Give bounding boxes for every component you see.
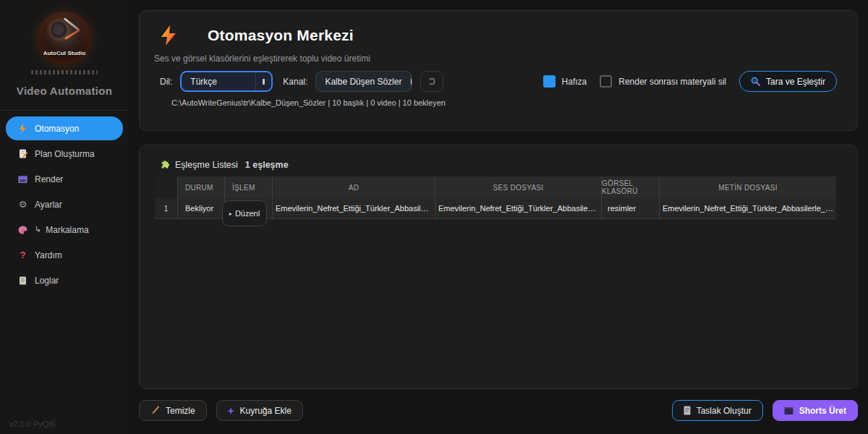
clear-button-label: Temizle	[166, 406, 195, 416]
sidebar-menu: Otomasyon Plan Oluşturma Render ⚙ Ayarla…	[0, 116, 129, 292]
logo-text: AutoCut Studio	[38, 50, 91, 56]
page-subtitle: Ses ve görsel klasörlerini eşleştirerek …	[154, 54, 837, 64]
sidebar-divider	[0, 110, 129, 111]
table-row: 1 Bekliyor ▸ Düzenl Emevilerin_Nefret_Et…	[155, 198, 836, 219]
queue-button-label: Kuyruğa Ekle	[239, 406, 291, 416]
delete-material-checkbox-row: Render sonrası materyali sil	[600, 75, 726, 88]
sidebar-item-label: Yardım	[35, 250, 62, 260]
bottom-action-bar: Temizle + Kuyruğa Ekle Taslak Oluştur Sh…	[139, 400, 858, 421]
sidebar-item-label: Loglar	[35, 276, 59, 286]
memory-checkbox[interactable]	[543, 75, 556, 88]
sidebar-item-label: Otomasyon	[35, 124, 79, 134]
sidebar: AutoCut Studio Video Automation Otomasyo…	[0, 0, 129, 434]
match-list-title: Eşleşme Listesi	[175, 160, 238, 170]
sub-item-arrow: ↳	[35, 225, 41, 234]
header-islem: İŞLEM	[225, 176, 273, 198]
edit-button-label: Düzenl	[235, 209, 260, 218]
brand-title: Video Automation	[0, 85, 129, 97]
sidebar-item-label: Ayarlar	[35, 200, 62, 210]
gear-icon: ⚙	[17, 199, 28, 210]
sidebar-item-ayarlar[interactable]: ⚙ Ayarlar	[6, 192, 123, 216]
lightning-icon	[160, 25, 177, 46]
row-image-folder-cell: resimler	[602, 198, 660, 219]
sidebar-item-yardim[interactable]: ? Yardım	[6, 243, 123, 267]
language-value: Türkçe	[182, 77, 255, 87]
produce-shorts-button[interactable]: Shorts Üret	[773, 400, 858, 421]
header-ses-dosyasi: SES DOSYASI	[435, 176, 602, 198]
app-window: AutoCut Studio Video Automation Otomasyo…	[0, 0, 868, 434]
header-metin-dosyasi: METİN DOSYASI	[660, 176, 836, 198]
draft-button-label: Taslak Oluştur	[697, 406, 752, 416]
row-name-text: Emevilerin_Nefret_Ettiği_Türkler_Abbasil…	[276, 204, 432, 213]
channel-label: Kanal:	[283, 77, 307, 87]
app-logo: AutoCut Studio	[38, 12, 91, 65]
log-file-icon	[17, 276, 28, 285]
add-to-queue-button[interactable]: + Kuyruğa Ekle	[216, 400, 303, 421]
clapperboard-icon	[784, 407, 793, 415]
sidebar-item-label: Markalama	[46, 225, 88, 235]
corner-header-cell	[155, 176, 178, 198]
header-gorsel-klasoru: GÖRSEL KLASÖRÜ	[602, 176, 660, 198]
match-list-panel: Eşleşme Listesi 1 eşleşme DURUM İŞLEM AD…	[139, 145, 858, 389]
scan-button-label: Tara ve Eşleştir	[766, 77, 825, 87]
channel-path-info: C:\AutoWriteGenius\tr\Kalbe_Düşen_Sözler…	[171, 98, 837, 107]
magnifier-icon	[751, 77, 760, 86]
row-action-cell: ▸ Düzenl	[225, 198, 273, 219]
brush-icon	[150, 406, 160, 415]
lightning-icon	[17, 124, 28, 133]
sidebar-item-label: Plan Oluşturma	[35, 149, 95, 159]
table-header-row: DURUM İŞLEM AD SES DOSYASI GÖRSEL KLASÖR…	[155, 176, 836, 198]
create-draft-button[interactable]: Taslak Oluştur	[672, 400, 763, 421]
row-text-file-text: Emevilerin_Nefret_Ettiği_Türkler_Abbasil…	[663, 204, 833, 213]
automation-center-panel: Otomasyon Merkezi Ses ve görsel klasörle…	[139, 10, 858, 131]
controls-row: Dil: Türkçe Kanal: Kalbe Düşen Sözler Ɔ …	[160, 71, 837, 92]
row-name-cell: Emevilerin_Nefret_Ettiği_Türkler_Abbasil…	[273, 198, 435, 219]
version-label: v2.0.0 PyQt6	[9, 420, 56, 428]
plus-icon: +	[228, 405, 234, 416]
delete-material-checkbox-label: Render sonrası materyali sil	[618, 77, 726, 87]
channel-value: Kalbe Düşen Sözler	[316, 77, 410, 87]
refresh-icon: Ɔ	[429, 77, 435, 87]
row-index-cell: 1	[155, 198, 178, 219]
match-count-badge: 1 eşleşme	[245, 160, 289, 170]
dropdown-arrow-icon	[410, 72, 412, 91]
puzzle-icon	[160, 160, 170, 170]
dropdown-arrow-icon	[255, 72, 271, 90]
row-text-file-cell: Emevilerin_Nefret_Ettiği_Türkler_Abbasil…	[660, 198, 836, 219]
memory-checkbox-label: Hafıza	[562, 77, 587, 87]
language-select[interactable]: Türkçe	[180, 71, 273, 92]
film-reel-icon	[49, 20, 68, 39]
row-audio-cell: Emevilerin_Nefret_Ettiği_Türkler_Abbasil…	[435, 198, 602, 219]
sidebar-item-loglar[interactable]: Loglar	[6, 268, 123, 292]
memory-checkbox-row: Hafıza	[543, 75, 587, 88]
sidebar-item-label: Render	[35, 174, 63, 184]
header-ad: AD	[273, 176, 435, 198]
row-status-cell: Bekliyor	[178, 198, 225, 219]
shorts-button-label: Shorts Üret	[799, 406, 846, 416]
sidebar-item-otomasyon[interactable]: Otomasyon	[6, 116, 123, 140]
sidebar-item-markalama[interactable]: ↳ Markalama	[6, 218, 123, 242]
match-table: DURUM İŞLEM AD SES DOSYASI GÖRSEL KLASÖR…	[155, 176, 836, 219]
edit-button[interactable]: ▸ Düzenl	[222, 200, 267, 226]
document-icon	[684, 406, 691, 415]
sidebar-item-render[interactable]: Render	[6, 167, 123, 191]
edit-icon: ▸	[229, 210, 232, 217]
question-mark-icon: ?	[17, 250, 28, 260]
channel-select[interactable]: Kalbe Düşen Sözler	[315, 71, 412, 92]
refresh-button[interactable]: Ɔ	[420, 71, 443, 92]
clear-button[interactable]: Temizle	[139, 400, 207, 421]
logo-tagline-decoration	[31, 70, 98, 75]
row-audio-text: Emevilerin_Nefret_Ettiği_Türkler_Abbasil…	[438, 204, 598, 213]
main-content: Otomasyon Merkezi Ses ve görsel klasörle…	[129, 0, 868, 434]
document-pencil-icon	[17, 149, 28, 158]
language-label: Dil:	[160, 77, 172, 87]
palette-icon	[17, 226, 28, 234]
page-title: Otomasyon Merkezi	[208, 27, 354, 44]
sidebar-item-plan-olusturma[interactable]: Plan Oluşturma	[6, 142, 123, 166]
header-durum: DURUM	[178, 176, 225, 198]
film-clapper-icon	[17, 175, 28, 184]
scan-and-match-button[interactable]: Tara ve Eşleştir	[739, 71, 837, 92]
delete-material-checkbox[interactable]	[600, 75, 612, 88]
